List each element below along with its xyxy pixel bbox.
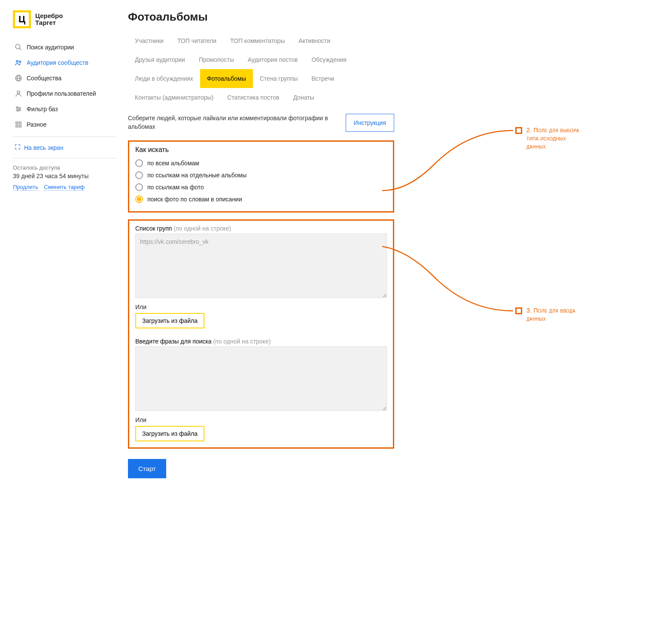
instruction-button[interactable]: Инструкция	[346, 114, 394, 132]
radio-option[interactable]: по ссылкам на фото	[135, 181, 387, 193]
tabs: УчастникиТОП читателиТОП комментаторыАкт…	[128, 31, 394, 107]
tab-статистика-постов[interactable]: Статистика постов	[220, 88, 286, 107]
radio-option[interactable]: по ссылкам на отдельные альбомы	[135, 169, 387, 181]
radio-icon	[135, 171, 143, 179]
tab-контакты-администраторы-[interactable]: Контакты (администраторы)	[128, 88, 220, 107]
sidebar: Ц Церебро Таргет Поиск аудитории Аудитор…	[13, 10, 116, 478]
description-text: Соберите людей, которые лайкали или комм…	[128, 114, 333, 131]
svg-rect-14	[16, 122, 18, 124]
svg-point-2	[16, 61, 18, 63]
svg-point-7	[17, 91, 20, 94]
tab-топ-читатели[interactable]: ТОП читатели	[170, 31, 223, 50]
tab-донаты[interactable]: Донаты	[286, 88, 321, 107]
or-label: Или	[135, 416, 387, 423]
divider	[13, 137, 116, 137]
phrases-field: Введите фразы для поиска (по одной на ст…	[135, 338, 387, 441]
tab-топ-комментаторы[interactable]: ТОП комментаторы	[223, 31, 292, 50]
tab-стена-группы[interactable]: Стена группы	[253, 69, 305, 88]
annotation-text: 2. Поле для выбора типа исходных данных	[526, 126, 587, 151]
main: Фотоальбомы УчастникиТОП читателиТОП ком…	[116, 10, 644, 478]
start-button[interactable]: Старт	[128, 459, 166, 478]
radio-label: по всем альбомам	[147, 160, 199, 167]
logo: Ц Церебро Таргет	[13, 10, 116, 28]
annotation-2: 2. Поле для выбора типа исходных данных	[515, 126, 587, 151]
phrases-label: Введите фразы для поиска	[135, 338, 212, 345]
extend-link[interactable]: Продлить	[13, 184, 38, 191]
fullscreen-label: На весь экран	[24, 144, 64, 151]
logo-icon: Ц	[13, 10, 31, 28]
svg-rect-17	[19, 125, 21, 128]
radio-icon	[135, 183, 143, 191]
annotation-marker-icon	[515, 127, 522, 134]
logo-text: Церебро Таргет	[35, 12, 63, 27]
tab-люди-в-обсуждениях[interactable]: Люди в обсуждениях	[128, 69, 200, 88]
groups-textarea[interactable]	[135, 234, 387, 298]
tab-аудитория-постов[interactable]: Аудитория постов	[241, 50, 305, 69]
svg-point-11	[17, 107, 18, 108]
tab-участники[interactable]: Участники	[128, 31, 170, 50]
access-remaining: 39 дней 23 часа 54 минуты	[13, 173, 116, 179]
upload-phrases-file-button[interactable]: Загрузить из файла	[135, 426, 204, 441]
page-title: Фотоальбомы	[128, 10, 644, 24]
radio-icon	[135, 195, 143, 203]
annotation-connector-2	[382, 126, 515, 199]
groups-field: Список групп (по одной на строке) Или За…	[135, 225, 387, 328]
annotation-text: 3. Поле для ввода данных	[526, 307, 587, 323]
radio-icon	[135, 159, 143, 167]
tab-друзья-аудитории[interactable]: Друзья аудитории	[128, 50, 192, 69]
input-panel: Список групп (по одной на строке) Или За…	[128, 219, 394, 449]
globe-icon	[15, 74, 22, 82]
svg-point-3	[19, 61, 21, 63]
users-icon	[15, 59, 22, 67]
search-type-panel: Как искать по всем альбомампо ссылкам на…	[128, 140, 394, 213]
sidebar-item-user-profiles[interactable]: Профили пользователей	[13, 86, 116, 101]
sidebar-item-label: Разное	[27, 121, 46, 128]
svg-line-1	[19, 48, 21, 50]
svg-rect-16	[16, 125, 18, 128]
sidebar-item-filter-bases[interactable]: Фильтр баз	[13, 101, 116, 117]
tab-активности[interactable]: Активности	[292, 31, 337, 50]
groups-hint: (по одной на строке)	[173, 225, 231, 232]
radio-label: по ссылкам на фото	[147, 184, 204, 191]
svg-point-12	[19, 109, 21, 110]
annotation-marker-icon	[515, 307, 522, 314]
sidebar-item-label: Сообщества	[27, 75, 61, 82]
upload-groups-file-button[interactable]: Загрузить из файла	[135, 313, 204, 328]
annotation-3: 3. Поле для ввода данных	[515, 307, 587, 323]
search-icon	[15, 43, 22, 51]
radio-option[interactable]: поиск фото по словам в описании	[135, 193, 387, 205]
sidebar-item-label: Аудитория сообществ	[27, 59, 88, 66]
sidebar-item-label: Профили пользователей	[27, 90, 96, 97]
tab-обсуждения[interactable]: Обсуждения	[304, 50, 353, 69]
fullscreen-toggle[interactable]: На весь экран	[13, 141, 116, 154]
tab-фотоальбомы[interactable]: Фотоальбомы	[200, 69, 253, 88]
change-plan-link[interactable]: Сменить тариф	[44, 184, 85, 191]
radio-label: по ссылкам на отдельные альбомы	[147, 172, 246, 179]
radio-option[interactable]: по всем альбомам	[135, 157, 387, 169]
phrases-textarea[interactable]	[135, 346, 387, 411]
tab-промопосты[interactable]: Промопосты	[192, 50, 241, 69]
person-icon	[15, 90, 22, 97]
divider	[13, 158, 116, 158]
sidebar-nav: Поиск аудитории Аудитория сообществ Сооб…	[13, 39, 116, 132]
tab-встречи[interactable]: Встречи	[304, 69, 341, 88]
brand-line1: Церебро	[35, 12, 63, 20]
expand-icon	[15, 144, 21, 151]
phrases-hint: (по одной на строке)	[213, 338, 271, 345]
sidebar-item-communities[interactable]: Сообщества	[13, 70, 116, 86]
search-type-title: Как искать	[135, 146, 387, 154]
sliders-icon	[15, 105, 22, 113]
brand-line2: Таргет	[35, 19, 63, 27]
sidebar-item-label: Поиск аудитории	[27, 44, 74, 51]
radio-label: поиск фото по словам в описании	[147, 196, 242, 203]
groups-label: Список групп	[135, 225, 172, 232]
sidebar-item-search-audience[interactable]: Поиск аудитории	[13, 39, 116, 55]
phrases-label-row: Введите фразы для поиска (по одной на ст…	[135, 338, 387, 345]
annotation-connector-3	[382, 234, 515, 315]
svg-rect-15	[19, 122, 21, 124]
description-row: Соберите людей, которые лайкали или комм…	[128, 114, 394, 132]
sidebar-item-misc[interactable]: Разное	[13, 117, 116, 132]
radio-list: по всем альбомампо ссылкам на отдельные …	[135, 157, 387, 205]
sidebar-item-community-audience[interactable]: Аудитория сообществ	[13, 55, 116, 70]
or-label: Или	[135, 304, 387, 310]
